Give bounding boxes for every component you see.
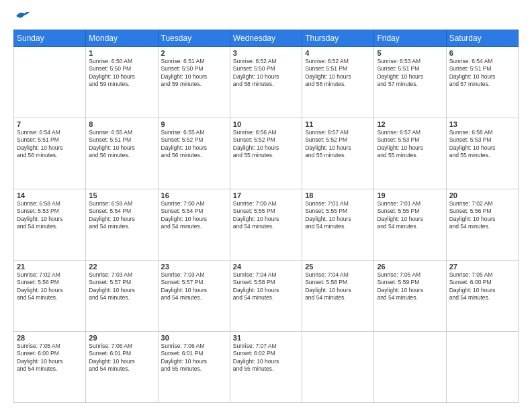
day-number: 25 [305,263,371,271]
calendar-cell: 20Sunrise: 7:02 AM Sunset: 5:56 PM Dayli… [446,189,518,261]
day-number: 14 [17,191,83,199]
calendar-cell: 22Sunrise: 7:03 AM Sunset: 5:57 PM Dayli… [86,261,158,332]
calendar-cell [14,47,86,118]
calendar-week-5: 28Sunrise: 7:05 AM Sunset: 6:00 PM Dayli… [14,332,519,403]
calendar-cell: 17Sunrise: 7:00 AM Sunset: 5:55 PM Dayli… [230,189,302,261]
day-number: 7 [17,120,83,128]
calendar-cell: 21Sunrise: 7:02 AM Sunset: 5:56 PM Dayli… [14,261,86,332]
cell-content: Sunrise: 7:04 AM Sunset: 5:58 PM Dayligh… [233,271,299,302]
day-number: 4 [305,49,371,57]
cell-content: Sunrise: 7:05 AM Sunset: 6:00 PM Dayligh… [17,342,83,373]
day-header-saturday: Saturday [446,30,518,47]
calendar-week-1: 1Sunrise: 6:50 AM Sunset: 5:50 PM Daylig… [14,47,519,118]
day-number: 1 [89,49,154,57]
cell-content: Sunrise: 7:04 AM Sunset: 5:58 PM Dayligh… [305,271,371,302]
calendar-cell: 28Sunrise: 7:05 AM Sunset: 6:00 PM Dayli… [14,332,86,403]
cell-content: Sunrise: 6:57 AM Sunset: 5:52 PM Dayligh… [305,129,371,160]
cell-content: Sunrise: 6:53 AM Sunset: 5:51 PM Dayligh… [377,58,443,89]
calendar-table: SundayMondayTuesdayWednesdayThursdayFrid… [13,30,519,403]
day-number: 10 [233,120,299,128]
cell-content: Sunrise: 7:06 AM Sunset: 6:01 PM Dayligh… [89,342,154,373]
cell-content: Sunrise: 6:57 AM Sunset: 5:53 PM Dayligh… [377,129,443,160]
day-number: 5 [377,49,443,57]
cell-content: Sunrise: 7:07 AM Sunset: 6:02 PM Dayligh… [233,342,299,373]
cell-content: Sunrise: 7:01 AM Sunset: 5:55 PM Dayligh… [305,200,371,231]
day-number: 21 [17,263,83,271]
day-number: 12 [377,120,443,128]
cell-content: Sunrise: 7:03 AM Sunset: 5:57 PM Dayligh… [89,271,154,302]
logo [13,11,30,23]
cell-content: Sunrise: 7:01 AM Sunset: 5:55 PM Dayligh… [377,200,443,231]
cell-content: Sunrise: 6:55 AM Sunset: 5:51 PM Dayligh… [89,129,154,160]
cell-content: Sunrise: 6:51 AM Sunset: 5:50 PM Dayligh… [161,58,227,89]
calendar-cell: 12Sunrise: 6:57 AM Sunset: 5:53 PM Dayli… [374,118,446,189]
calendar-cell: 4Sunrise: 6:52 AM Sunset: 5:51 PM Daylig… [302,47,374,118]
calendar-cell: 1Sunrise: 6:50 AM Sunset: 5:50 PM Daylig… [86,47,158,118]
cell-content: Sunrise: 6:52 AM Sunset: 5:51 PM Dayligh… [305,58,371,89]
calendar-cell: 18Sunrise: 7:01 AM Sunset: 5:55 PM Dayli… [302,189,374,261]
calendar-cell: 15Sunrise: 6:59 AM Sunset: 5:54 PM Dayli… [86,189,158,261]
day-number: 16 [161,191,227,199]
calendar-cell: 31Sunrise: 7:07 AM Sunset: 6:02 PM Dayli… [230,332,302,403]
day-number: 9 [161,120,227,128]
day-number: 15 [89,191,154,199]
day-number: 8 [89,120,154,128]
cell-content: Sunrise: 6:52 AM Sunset: 5:50 PM Dayligh… [233,58,299,89]
calendar-cell: 11Sunrise: 6:57 AM Sunset: 5:52 PM Dayli… [302,118,374,189]
calendar-cell: 9Sunrise: 6:55 AM Sunset: 5:52 PM Daylig… [158,118,230,189]
calendar-cell: 25Sunrise: 7:04 AM Sunset: 5:58 PM Dayli… [302,261,374,332]
day-number: 6 [449,49,515,57]
day-header-tuesday: Tuesday [158,30,230,47]
day-number: 22 [89,263,154,271]
day-number: 26 [377,263,443,271]
day-header-thursday: Thursday [302,30,374,47]
cell-content: Sunrise: 7:02 AM Sunset: 5:56 PM Dayligh… [449,200,515,231]
header [13,11,519,23]
day-number: 27 [449,263,515,271]
cell-content: Sunrise: 7:03 AM Sunset: 5:57 PM Dayligh… [161,271,227,302]
day-number: 28 [17,334,83,342]
cell-content: Sunrise: 6:54 AM Sunset: 5:51 PM Dayligh… [449,58,515,89]
cell-content: Sunrise: 6:58 AM Sunset: 5:53 PM Dayligh… [17,200,83,231]
calendar-cell [302,332,374,403]
day-number: 18 [305,191,371,199]
calendar-week-4: 21Sunrise: 7:02 AM Sunset: 5:56 PM Dayli… [14,261,519,332]
cell-content: Sunrise: 6:58 AM Sunset: 5:53 PM Dayligh… [449,129,515,160]
cell-content: Sunrise: 7:02 AM Sunset: 5:56 PM Dayligh… [17,271,83,302]
day-number: 31 [233,334,299,342]
day-header-wednesday: Wednesday [230,30,302,47]
day-number: 24 [233,263,299,271]
logo-bird-icon [15,11,30,21]
calendar-cell: 6Sunrise: 6:54 AM Sunset: 5:51 PM Daylig… [446,47,518,118]
day-number: 13 [449,120,515,128]
calendar-cell: 29Sunrise: 7:06 AM Sunset: 6:01 PM Dayli… [86,332,158,403]
day-number: 2 [161,49,227,57]
day-header-monday: Monday [86,30,158,47]
day-number: 29 [89,334,154,342]
cell-content: Sunrise: 6:56 AM Sunset: 5:52 PM Dayligh… [233,129,299,160]
day-number: 19 [377,191,443,199]
cell-content: Sunrise: 6:55 AM Sunset: 5:52 PM Dayligh… [161,129,227,160]
calendar-header-row: SundayMondayTuesdayWednesdayThursdayFrid… [14,30,519,47]
calendar-cell: 7Sunrise: 6:54 AM Sunset: 5:51 PM Daylig… [14,118,86,189]
calendar-week-2: 7Sunrise: 6:54 AM Sunset: 5:51 PM Daylig… [14,118,519,189]
day-number: 30 [161,334,227,342]
calendar-cell: 2Sunrise: 6:51 AM Sunset: 5:50 PM Daylig… [158,47,230,118]
calendar-cell [374,332,446,403]
day-header-sunday: Sunday [14,30,86,47]
calendar-cell: 27Sunrise: 7:05 AM Sunset: 6:00 PM Dayli… [446,261,518,332]
calendar-cell: 14Sunrise: 6:58 AM Sunset: 5:53 PM Dayli… [14,189,86,261]
day-number: 17 [233,191,299,199]
calendar-cell: 8Sunrise: 6:55 AM Sunset: 5:51 PM Daylig… [86,118,158,189]
calendar-cell [446,332,518,403]
day-number: 23 [161,263,227,271]
day-header-friday: Friday [374,30,446,47]
page: SundayMondayTuesdayWednesdayThursdayFrid… [0,0,532,411]
cell-content: Sunrise: 6:54 AM Sunset: 5:51 PM Dayligh… [17,129,83,160]
calendar-cell: 26Sunrise: 7:05 AM Sunset: 5:59 PM Dayli… [374,261,446,332]
cell-content: Sunrise: 6:59 AM Sunset: 5:54 PM Dayligh… [89,200,154,231]
calendar-cell: 24Sunrise: 7:04 AM Sunset: 5:58 PM Dayli… [230,261,302,332]
day-number: 20 [449,191,515,199]
calendar-cell: 30Sunrise: 7:06 AM Sunset: 6:01 PM Dayli… [158,332,230,403]
cell-content: Sunrise: 7:05 AM Sunset: 6:00 PM Dayligh… [449,271,515,302]
